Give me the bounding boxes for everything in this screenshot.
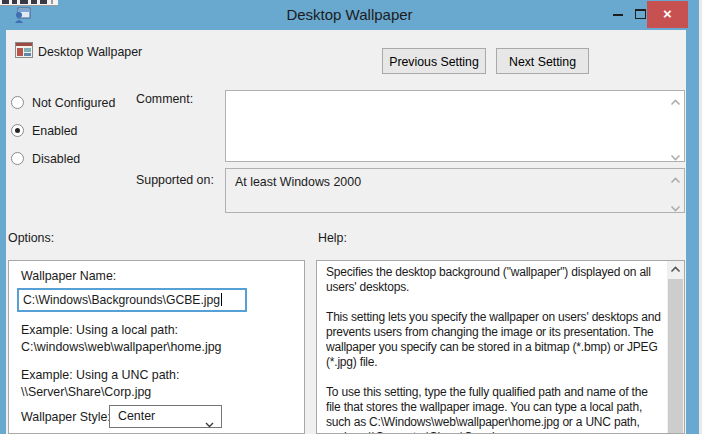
radio-icon — [11, 96, 24, 109]
next-setting-button[interactable]: Next Setting — [496, 48, 589, 74]
radio-enabled[interactable]: Enabled — [11, 122, 77, 139]
example-local-path: C:\windows\web\wallpaper\home.jpg — [21, 340, 221, 354]
options-panel: Wallpaper Name: C:\Windows\Backgrounds\G… — [8, 260, 305, 434]
previous-setting-button[interactable]: Previous Setting — [382, 48, 486, 74]
dialog-window: Desktop Wallpaper × Desktop — [0, 0, 699, 434]
comment-textarea[interactable] — [225, 90, 685, 162]
scroll-up-icon[interactable] — [670, 173, 681, 180]
scroll-up-icon[interactable] — [670, 95, 681, 102]
close-button[interactable]: × — [647, 1, 688, 28]
example-unc-title: Example: Using a UNC path: — [21, 368, 179, 382]
supported-on-value: At least Windows 2000 — [235, 175, 361, 189]
scroll-down-icon[interactable] — [670, 150, 681, 157]
wallpaper-style-dropdown[interactable]: Center — [109, 405, 222, 428]
scroll-up-icon[interactable] — [667, 263, 684, 277]
titlebar[interactable]: Desktop Wallpaper × — [0, 0, 699, 30]
screen: Desktop Wallpaper × Desktop — [0, 0, 702, 434]
minimize-icon — [613, 14, 623, 16]
radio-icon — [11, 124, 24, 137]
background-window-fragment — [0, 0, 58, 6]
radio-label: Not Configured — [32, 96, 115, 110]
scroll-down-icon[interactable] — [670, 201, 681, 208]
help-text: Specifies the desktop background ("wallp… — [326, 265, 665, 433]
setting-title: Desktop Wallpaper — [38, 45, 142, 59]
example-unc-path: \\Server\Share\Corp.jpg — [21, 385, 151, 399]
close-icon: × — [647, 1, 688, 27]
radio-not-configured[interactable]: Not Configured — [11, 94, 115, 111]
example-local-title: Example: Using a local path: — [21, 323, 178, 337]
wallpaper-name-value: C:\Windows\Backgrounds\GCBE.jpg — [23, 293, 220, 307]
supported-on-label: Supported on: — [136, 173, 214, 187]
minimize-button[interactable] — [608, 0, 630, 28]
window-title: Desktop Wallpaper — [0, 0, 699, 30]
help-panel: Specifies the desktop background ("wallp… — [316, 260, 685, 434]
chevron-down-icon — [205, 414, 214, 420]
radio-icon — [11, 152, 24, 165]
wallpaper-style-label: Wallpaper Style: — [21, 410, 111, 424]
scrollbar-thumb[interactable] — [668, 279, 683, 433]
radio-label: Disabled — [32, 152, 80, 166]
policy-setting-icon — [15, 42, 33, 58]
comment-label: Comment: — [136, 92, 193, 106]
help-section-label: Help: — [318, 231, 347, 245]
help-scrollbar[interactable] — [667, 261, 684, 433]
wallpaper-name-input[interactable]: C:\Windows\Backgrounds\GCBE.jpg — [17, 288, 247, 312]
dialog-client-area: Desktop Wallpaper Previous Setting Next … — [6, 30, 686, 434]
maximize-icon — [635, 9, 646, 19]
supported-on-box: At least Windows 2000 — [225, 168, 685, 213]
options-section-label: Options: — [8, 231, 54, 245]
radio-disabled[interactable]: Disabled — [11, 150, 80, 167]
wallpaper-style-value: Center — [118, 409, 155, 423]
wallpaper-name-label: Wallpaper Name: — [21, 269, 116, 283]
text-caret — [221, 293, 222, 306]
radio-label: Enabled — [32, 124, 77, 138]
